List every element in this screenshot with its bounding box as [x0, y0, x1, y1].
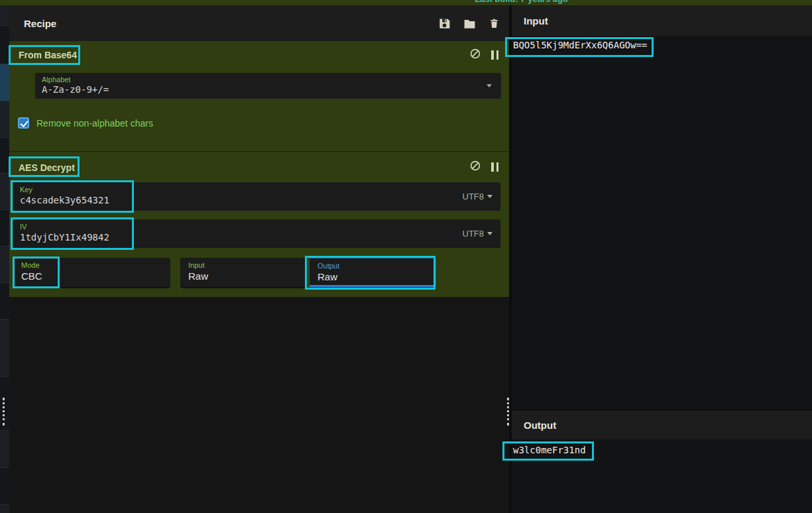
- remove-non-alphabet-row[interactable]: Remove non-alphabet chars: [18, 117, 153, 129]
- input-text[interactable]: BQO5l5Kj9MdErXx6Q6AGOw==: [512, 36, 812, 54]
- input-type-label: Input: [188, 261, 204, 269]
- operations-list-row[interactable]: [0, 210, 9, 247]
- operations-list-row[interactable]: [0, 283, 9, 319]
- chevron-down-icon: [487, 232, 493, 235]
- output-text: w3lc0meFr31nd: [512, 439, 812, 459]
- chevron-down-icon[interactable]: [487, 84, 492, 87]
- iv-encoding-dropdown[interactable]: UTF8: [463, 229, 493, 239]
- iv-encoding-value: UTF8: [463, 229, 485, 239]
- remove-non-alphabet-label: Remove non-alphabet chars: [36, 118, 153, 129]
- remove-non-alphabet-checkbox[interactable]: [18, 117, 29, 129]
- key-value[interactable]: c4scadek3y654321: [20, 195, 109, 205]
- checkmark-icon: [20, 119, 28, 127]
- operations-list-row[interactable]: [0, 138, 9, 174]
- operations-list-row[interactable]: [0, 377, 9, 431]
- operations-list-row[interactable]: [0, 26, 9, 64]
- output-type-value: Raw: [318, 271, 337, 282]
- breakpoint-pause-icon[interactable]: [491, 50, 498, 60]
- input-header: Input: [512, 5, 812, 36]
- load-recipe-folder-icon[interactable]: [463, 17, 477, 30]
- last-build-text: Last build: 7 years ago: [475, 0, 568, 4]
- iv-label: IV: [20, 223, 27, 231]
- disable-operation-icon[interactable]: [470, 48, 481, 62]
- operations-list-row[interactable]: [0, 468, 9, 505]
- operations-list-row[interactable]: [0, 174, 9, 210]
- disable-operation-icon[interactable]: [470, 160, 481, 174]
- operation-aes-decrypt[interactable]: AES Decrypt Key c4scadek3y654321 UTF8 IV…: [9, 152, 509, 298]
- operations-list-row[interactable]: [0, 431, 9, 468]
- operations-list-row[interactable]: [0, 247, 9, 283]
- operations-splitter-handle[interactable]: [3, 398, 5, 426]
- key-label: Key: [20, 186, 32, 194]
- input-textarea[interactable]: BQO5l5Kj9MdErXx6Q6AGOw==: [512, 36, 812, 410]
- operation-title: AES Decrypt: [19, 162, 75, 173]
- recipe-drop-area[interactable]: [9, 297, 509, 513]
- operation-from-base64[interactable]: From Base64 Alphabet A-Za-z0-9+/= Remove…: [9, 41, 509, 152]
- recipe-panel: Recipe: [9, 5, 509, 513]
- iv-field[interactable]: IV 1tdyjCbY1Ix49842 UTF8: [13, 219, 500, 248]
- clear-recipe-trash-icon[interactable]: [489, 17, 500, 30]
- input-type-select[interactable]: Input Raw: [180, 258, 306, 288]
- key-encoding-value: UTF8: [463, 192, 485, 201]
- mode-select[interactable]: Mode CBC: [13, 258, 170, 288]
- save-recipe-icon[interactable]: [438, 17, 451, 30]
- output-header: Output: [512, 410, 812, 441]
- output-title: Output: [524, 420, 556, 431]
- key-field[interactable]: Key c4scadek3y654321 UTF8: [13, 182, 500, 211]
- alphabet-value[interactable]: A-Za-z0-9+/=: [42, 84, 109, 95]
- top-banner: Last build: 7 years ago: [0, 0, 812, 5]
- operation-title: From Base64: [19, 50, 77, 60]
- chevron-down-icon: [487, 195, 493, 198]
- io-panel: Input BQO5l5Kj9MdErXx6Q6AGOw== Output w3…: [512, 5, 812, 513]
- alphabet-label: Alphabet: [42, 76, 70, 84]
- recipe-header: Recipe: [9, 5, 509, 42]
- operations-list-row[interactable]: [0, 319, 9, 377]
- output-type-label: Output: [318, 262, 339, 270]
- input-type-value: Raw: [188, 270, 208, 282]
- iv-value[interactable]: 1tdyjCbY1Ix49842: [20, 232, 109, 243]
- output-area: w3lc0meFr31nd: [512, 439, 812, 513]
- key-encoding-dropdown[interactable]: UTF8: [463, 192, 493, 201]
- output-type-select[interactable]: Output Raw: [309, 258, 436, 287]
- alphabet-field[interactable]: Alphabet A-Za-z0-9+/=: [35, 73, 501, 99]
- mode-value: CBC: [21, 270, 42, 282]
- mode-label: Mode: [21, 261, 40, 269]
- operations-list-row[interactable]: [0, 505, 9, 513]
- operations-list-row-selected[interactable]: [0, 64, 9, 101]
- recipe-io-splitter-handle[interactable]: [507, 398, 509, 426]
- recipe-title: Recipe: [24, 18, 56, 29]
- breakpoint-pause-icon[interactable]: [491, 162, 498, 172]
- operations-list-row[interactable]: [0, 5, 9, 26]
- input-title: Input: [524, 15, 548, 27]
- operations-list-row[interactable]: [0, 101, 9, 138]
